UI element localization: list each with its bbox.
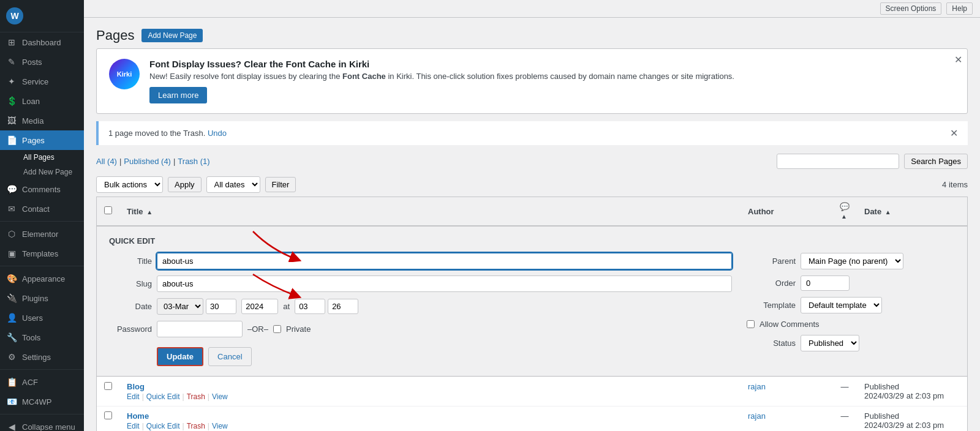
- main-content: Screen Options Help Pages Add New Page K…: [84, 0, 980, 431]
- cancel-button[interactable]: Cancel: [208, 347, 251, 366]
- trash-link[interactable]: Trash: [187, 422, 205, 430]
- sidebar-item-label: Templates: [22, 249, 58, 258]
- sidebar-item-label: Plugins: [22, 294, 48, 303]
- search-pages-button[interactable]: Search Pages: [904, 154, 968, 169]
- row-checkbox[interactable]: [104, 382, 112, 390]
- author-link[interactable]: rajan: [748, 382, 766, 391]
- allow-comments-checkbox[interactable]: [747, 320, 755, 328]
- sidebar-item-label: Service: [22, 77, 48, 86]
- trash-notice-close[interactable]: ✕: [950, 127, 958, 139]
- password-input[interactable]: [157, 321, 243, 337]
- learn-more-button[interactable]: Learn more: [149, 87, 207, 103]
- row-title-cell: Home Edit | Quick Edit | Trash | View: [119, 407, 741, 432]
- filter-button[interactable]: Filter: [265, 177, 296, 192]
- bulk-actions-select[interactable]: Bulk actions: [96, 176, 163, 193]
- view-link[interactable]: View: [212, 422, 228, 430]
- quick-edit-buttons: Update Cancel: [157, 347, 732, 366]
- comment-sort-icon: ▲: [841, 213, 847, 220]
- date-filter-select[interactable]: All dates: [206, 176, 260, 193]
- sidebar-item-tools[interactable]: 🔧 Tools: [0, 328, 84, 347]
- sidebar-item-pages[interactable]: 📄 Pages: [0, 130, 84, 150]
- title-header[interactable]: Title ▲: [119, 197, 741, 226]
- edit-link[interactable]: Edit: [127, 422, 140, 430]
- sidebar-all-pages[interactable]: All Pages: [17, 150, 84, 165]
- sidebar-item-service[interactable]: ✦ Service: [0, 72, 84, 91]
- undo-link[interactable]: Undo: [208, 129, 227, 138]
- home-row-actions: Edit | Quick Edit | Trash | View: [127, 422, 733, 430]
- edit-link[interactable]: Edit: [127, 392, 140, 401]
- year-input[interactable]: [241, 299, 278, 314]
- sidebar-item-label: Posts: [22, 58, 42, 67]
- notice-close-button[interactable]: ✕: [954, 54, 962, 66]
- sidebar-item-label: Loan: [22, 97, 40, 106]
- template-select[interactable]: Default template: [801, 297, 882, 313]
- filter-all[interactable]: All (4): [96, 157, 117, 166]
- row-checkbox-cell: [97, 377, 119, 407]
- date-value: 2024/03/29 at 2:03 pm: [864, 391, 960, 400]
- author-link[interactable]: rajan: [748, 411, 766, 421]
- collapse-menu-button[interactable]: ◀ Collapse menu: [0, 417, 84, 431]
- sidebar-item-loan[interactable]: 💲 Loan: [0, 91, 84, 111]
- sidebar-item-appearance[interactable]: 🎨 Appearance: [0, 269, 84, 288]
- title-input[interactable]: [157, 253, 732, 269]
- sidebar-add-new-page[interactable]: Add New Page: [17, 165, 84, 179]
- minute-input[interactable]: [328, 299, 358, 314]
- filter-published[interactable]: Published (4): [124, 157, 171, 166]
- order-input[interactable]: [801, 275, 850, 291]
- actions-bar: Bulk actions Apply All dates Filter 4 it…: [84, 173, 980, 197]
- add-new-page-button[interactable]: Add New Page: [141, 29, 203, 42]
- quick-edit-link[interactable]: Quick Edit: [146, 392, 180, 401]
- topbar: Screen Options Help: [84, 0, 980, 18]
- update-button[interactable]: Update: [157, 347, 203, 366]
- date-header[interactable]: Date ▲: [857, 197, 967, 226]
- password-row: –OR– Private: [157, 321, 311, 337]
- sidebar-item-elementor[interactable]: ⬡ Elementor: [0, 224, 84, 244]
- private-checkbox[interactable]: [273, 325, 281, 333]
- sidebar-item-label: Pages: [22, 136, 45, 145]
- month-select[interactable]: 03-Mar: [157, 298, 203, 315]
- row-title-cell: Blog Edit | Quick Edit | Trash | View: [119, 377, 741, 407]
- sidebar-item-plugins[interactable]: 🔌 Plugins: [0, 288, 84, 308]
- row-checkbox-cell: [97, 407, 119, 432]
- sidebar-item-users[interactable]: 👤 Users: [0, 308, 84, 328]
- blog-title-link[interactable]: Blog: [127, 382, 733, 391]
- sidebar-item-contact[interactable]: ✉ Contact: [0, 199, 84, 219]
- status-select[interactable]: Published: [801, 335, 859, 351]
- trash-link[interactable]: Trash: [187, 392, 205, 401]
- hour-input[interactable]: [295, 299, 325, 314]
- screen-options-button[interactable]: Screen Options: [880, 2, 942, 15]
- slug-input[interactable]: [157, 275, 732, 292]
- quick-edit-cell: QUICK EDIT Title: [97, 226, 967, 377]
- home-title-link[interactable]: Home: [127, 411, 733, 421]
- sidebar-item-label: Settings: [22, 353, 51, 362]
- parent-select[interactable]: Main Page (no parent): [801, 253, 903, 269]
- sidebar-item-label: MC4WP: [22, 397, 51, 407]
- row-author-cell: rajan: [741, 377, 832, 407]
- quick-edit-title: QUICK EDIT: [109, 236, 955, 245]
- row-checkbox[interactable]: [104, 411, 112, 419]
- sidebar-item-dashboard[interactable]: ⊞ Dashboard: [0, 32, 84, 52]
- quick-edit-link[interactable]: Quick Edit: [146, 422, 180, 430]
- template-field: Template Default template: [747, 297, 955, 313]
- select-all-checkbox[interactable]: [104, 206, 112, 214]
- filter-trash[interactable]: Trash (1): [178, 157, 209, 166]
- sidebar-item-templates[interactable]: ▣ Templates: [0, 244, 84, 263]
- sidebar-item-acf[interactable]: 📋 ACF: [0, 372, 84, 392]
- allow-comments-field: Allow Comments: [747, 320, 955, 329]
- day-input[interactable]: [206, 299, 236, 314]
- media-icon: 🖼: [6, 116, 17, 126]
- sidebar-item-comments[interactable]: 💬 Comments: [0, 179, 84, 199]
- search-input[interactable]: [777, 154, 899, 169]
- apply-button[interactable]: Apply: [168, 177, 202, 192]
- help-button[interactable]: Help: [946, 2, 973, 15]
- kirki-logo: Kirki: [109, 59, 140, 89]
- sidebar-item-posts[interactable]: ✎ Posts: [0, 52, 84, 72]
- sidebar-item-settings[interactable]: ⚙ Settings: [0, 347, 84, 367]
- service-icon: ✦: [6, 77, 17, 86]
- date-status: Published: [864, 382, 960, 391]
- row-date-cell: Published 2024/03/29 at 2:03 pm: [857, 377, 967, 407]
- view-link[interactable]: View: [212, 392, 228, 401]
- sidebar-item-media[interactable]: 🖼 Media: [0, 111, 84, 130]
- sidebar-item-mc4wp[interactable]: 📧 MC4WP: [0, 392, 84, 411]
- comments-icon: 💬: [6, 184, 17, 194]
